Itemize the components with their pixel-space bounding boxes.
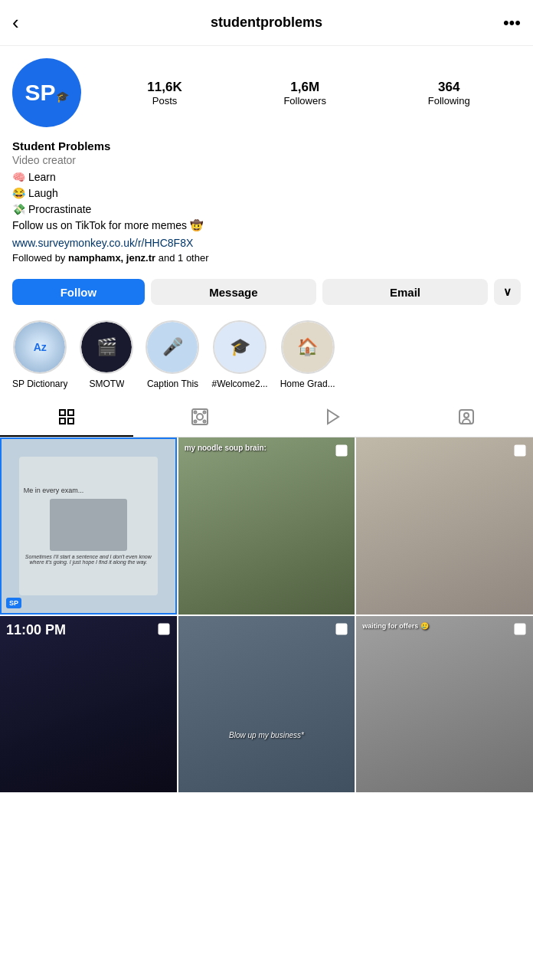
svg-point-21 [516,447,518,448]
grid-item-1[interactable]: Me in every exam... Sometimes I'll start… [0,438,177,615]
following-count: 364 [438,80,459,95]
svg-point-7 [204,411,206,414]
svg-point-9 [204,421,206,423]
stats-row: 11,6K Posts 1,6M Followers 364 Following [96,80,521,107]
followers-stat[interactable]: 1,6M Followers [283,80,326,107]
svg-point-28 [166,624,168,626]
highlight-label-smotw: SMOTW [89,379,124,389]
action-buttons: Follow Message Email ∨ [0,273,533,314]
followers-count: 1,6M [290,80,319,95]
svg-point-17 [338,454,339,455]
grid-item-2[interactable]: my noodle soup brain: [178,438,355,615]
svg-point-33 [338,624,339,626]
posts-stat[interactable]: 11,6K Posts [147,80,181,107]
bio-line-3: 💸 Procrastinate [12,202,521,218]
svg-point-39 [516,624,518,626]
tagged-icon [457,408,476,426]
tab-grid[interactable] [0,398,133,437]
tab-reels-alt[interactable] [133,398,266,437]
back-button[interactable]: ‹ [12,11,43,34]
header: ‹ studentproblems ••• [0,0,533,46]
avatar-initials: SP [25,80,55,105]
svg-point-30 [166,631,168,633]
reel-icon-2 [335,444,348,461]
svg-point-32 [340,627,344,631]
highlight-circle-sp-dictionary: Az [13,320,67,374]
play-icon [324,408,342,426]
profile-section: SP🎓 11,6K Posts 1,6M Followers 364 Follo… [0,46,533,127]
profile-category: Video creator [12,154,521,166]
following-stat[interactable]: 364 Following [428,80,470,107]
bio-line-2: 😂 Laugh [12,185,521,202]
highlight-item-caption[interactable]: 🎤 Caption This [146,320,199,389]
grid-item-3[interactable] [356,438,533,615]
followed-by-suffix: and 1 other [155,252,208,264]
svg-point-18 [345,454,346,455]
svg-rect-2 [60,418,65,424]
svg-point-29 [159,631,161,633]
bio-line-1: 🧠 Learn [12,169,521,185]
reel-icon-3 [513,444,527,461]
svg-rect-0 [60,410,65,415]
grid-item-6[interactable]: waiting for offers 🥲 [356,616,533,793]
svg-point-20 [518,448,522,452]
svg-point-16 [345,447,346,448]
bio-line-4: Follow us on TikTok for more memes 🤠 [12,218,521,234]
highlight-label-welcome: #Welcome2... [211,379,267,389]
svg-point-12 [464,413,469,418]
profile-name: Student Problems [12,139,521,152]
followed-by-prefix: Followed by [12,252,68,264]
svg-point-23 [516,454,518,455]
highlight-label-caption: Caption This [147,379,198,389]
tab-tagged[interactable] [400,398,533,437]
highlight-item-welcome[interactable]: 🎓 #Welcome2... [211,320,267,389]
grid-icon [57,408,76,426]
follow-button[interactable]: Follow [12,279,145,305]
svg-point-22 [523,447,525,448]
svg-point-14 [340,448,344,452]
svg-rect-1 [68,410,74,415]
svg-marker-10 [328,410,338,424]
highlights-section: Az SP Dictionary 🎬 SMOTW 🎤 Caption This … [0,314,533,398]
posts-count: 11,6K [147,80,181,95]
svg-point-15 [338,447,339,448]
tabs-section [0,398,533,438]
reels-alt-icon [191,408,209,426]
grid-item-4[interactable]: 11:00 PM [0,616,177,793]
posts-label: Posts [152,95,178,107]
svg-point-8 [195,421,197,423]
following-label: Following [428,95,470,107]
email-button[interactable]: Email [322,279,488,305]
username: studentproblems [211,15,322,31]
highlight-label-homegrad: Home Grad... [280,379,335,389]
svg-rect-3 [68,418,74,424]
svg-point-6 [195,411,197,414]
svg-point-42 [523,631,525,633]
highlight-item-sp-dictionary[interactable]: Az SP Dictionary [12,320,67,389]
highlight-circle-homegrad: 🏠 [281,320,335,374]
highlight-label-sp-dictionary: SP Dictionary [12,379,67,389]
message-button[interactable]: Message [151,279,316,305]
svg-point-35 [338,631,339,633]
posts-grid: Me in every exam... Sometimes I'll start… [0,438,533,792]
reel-icon-4 [157,622,171,640]
sp-badge: SP [6,598,21,608]
followed-by-names: namphamx, jenz.tr [68,252,155,264]
svg-point-24 [523,454,525,455]
highlight-item-homegrad[interactable]: 🏠 Home Grad... [280,320,335,389]
bio-section: Student Problems Video creator 🧠 Learn 😂… [0,139,533,273]
more-options-button[interactable]: ••• [490,13,521,33]
highlight-circle-smotw: 🎬 [80,320,133,374]
profile-link[interactable]: www.surveymonkey.co.uk/r/HHC8F8X [12,237,521,249]
tab-reels[interactable] [266,398,400,437]
svg-point-27 [159,624,161,626]
followers-label: Followers [283,95,326,107]
avatar: SP🎓 [12,58,81,127]
highlight-item-smotw[interactable]: 🎬 SMOTW [80,320,133,389]
svg-point-5 [197,414,203,420]
svg-point-26 [162,627,165,631]
highlight-circle-welcome: 🎓 [213,320,266,374]
svg-point-38 [518,627,522,631]
grid-item-5[interactable]: Blow up my business* [178,616,355,793]
dropdown-button[interactable]: ∨ [494,279,521,305]
